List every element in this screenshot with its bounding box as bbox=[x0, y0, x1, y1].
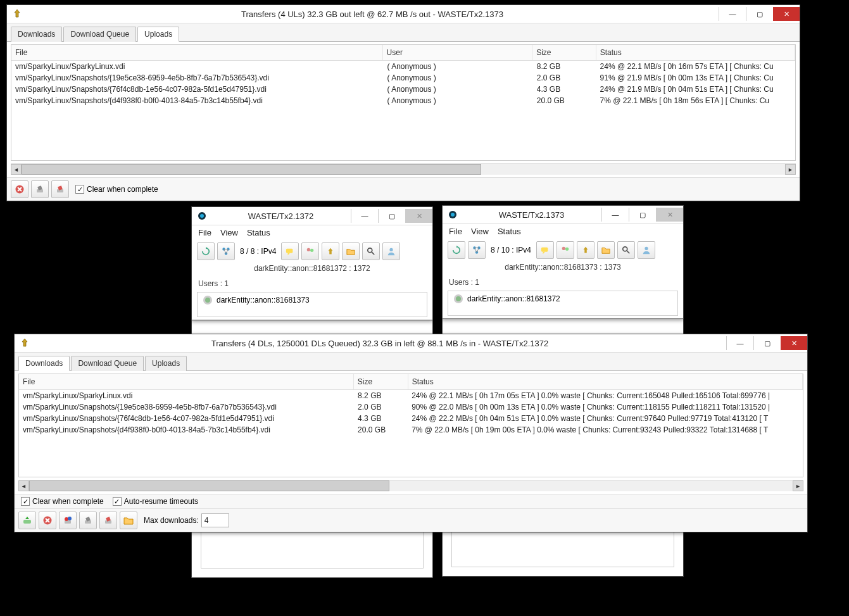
close-button[interactable]: ✕ bbox=[781, 336, 807, 350]
clear-all-button[interactable] bbox=[99, 512, 117, 529]
uploads-listview[interactable]: File User Size Status vm/SparkyLinux/Spa… bbox=[11, 44, 796, 161]
scroll-left-icon[interactable]: ◄ bbox=[18, 481, 29, 491]
col-size[interactable]: Size bbox=[354, 374, 408, 389]
clear-button[interactable] bbox=[79, 512, 97, 529]
titlebar[interactable]: Transfers (4 DLs, 1250001 DLs Queued) 32… bbox=[15, 334, 807, 353]
tab-download-queue[interactable]: Download Queue bbox=[63, 27, 136, 42]
svg-line-14 bbox=[372, 252, 374, 255]
svg-point-35 bbox=[68, 517, 72, 520]
search-button[interactable] bbox=[617, 241, 635, 259]
minimize-button[interactable]: — bbox=[351, 209, 378, 223]
users-button[interactable] bbox=[557, 241, 574, 259]
svg-point-13 bbox=[368, 248, 372, 253]
user-icon bbox=[453, 294, 463, 304]
network-status: 8 / 10 : IPv4 bbox=[491, 246, 531, 255]
horizontal-scrollbar[interactable]: ◄ ► bbox=[18, 480, 803, 491]
refresh-button[interactable] bbox=[448, 241, 465, 259]
menu-status[interactable]: Status bbox=[498, 227, 521, 236]
maximize-button[interactable]: ▢ bbox=[753, 336, 781, 350]
menubar: File View Status bbox=[192, 225, 432, 240]
tab-downloads[interactable]: Downloads bbox=[18, 356, 70, 371]
svg-point-17 bbox=[205, 298, 210, 303]
titlebar[interactable]: WASTE/Tx2.1373 — ▢ ✕ bbox=[443, 206, 683, 224]
tab-downloads[interactable]: Downloads bbox=[11, 27, 62, 42]
svg-point-25 bbox=[565, 248, 569, 251]
menu-view[interactable]: View bbox=[220, 228, 238, 237]
table-row[interactable]: vm/SparkyLinux/Snapshots/{d4f938f0-b0f0-… bbox=[11, 95, 795, 106]
downloads-listview[interactable]: File Size Status vm/SparkyLinux/SparkyLi… bbox=[18, 374, 803, 477]
tab-uploads[interactable]: Uploads bbox=[145, 356, 187, 371]
window-title: Transfers (4 ULs) 32.3 GB out left @ 62.… bbox=[26, 9, 719, 19]
scroll-right-icon[interactable]: ► bbox=[785, 164, 796, 175]
table-row[interactable]: vm/SparkyLinux/Snapshots/{d4f938f0-b0f0-… bbox=[19, 424, 803, 436]
chat-button[interactable] bbox=[536, 241, 554, 259]
col-user[interactable]: User bbox=[383, 45, 533, 60]
profile-button[interactable] bbox=[638, 241, 655, 259]
minimize-button[interactable]: — bbox=[601, 208, 629, 222]
close-button[interactable]: ✕ bbox=[773, 7, 800, 21]
auto-resume-checkbox[interactable]: ✓ Auto-resume timeouts bbox=[113, 497, 198, 506]
window-title: WASTE/Tx2.1373 bbox=[462, 210, 601, 220]
upload-button[interactable] bbox=[322, 242, 339, 260]
table-row[interactable]: vm/SparkyLinux/Snapshots/{19e5ce38-6959-… bbox=[19, 401, 803, 413]
clear-errored-button[interactable] bbox=[59, 512, 77, 529]
table-row[interactable]: vm/SparkyLinux/SparkyLinux.vdi 8.2 GB 24… bbox=[19, 390, 803, 401]
scroll-right-icon[interactable]: ► bbox=[793, 481, 803, 491]
search-button[interactable] bbox=[362, 242, 380, 260]
horizontal-scrollbar[interactable]: ◄ ► bbox=[11, 163, 796, 175]
profile-button[interactable] bbox=[382, 242, 400, 260]
maximize-button[interactable]: ▢ bbox=[746, 7, 773, 21]
menu-view[interactable]: View bbox=[471, 227, 489, 236]
table-row[interactable]: vm/SparkyLinux/Snapshots/{76f4c8db-1e56-… bbox=[11, 84, 795, 95]
minimize-button[interactable]: — bbox=[726, 336, 753, 350]
max-downloads-input[interactable] bbox=[201, 513, 229, 527]
resume-button[interactable] bbox=[18, 512, 36, 529]
menu-file[interactable]: File bbox=[449, 227, 462, 236]
users-button[interactable] bbox=[301, 242, 319, 260]
svg-point-34 bbox=[65, 517, 68, 521]
menubar: File View Status bbox=[443, 224, 683, 239]
app-icon bbox=[20, 338, 30, 348]
users-list[interactable]: darkEntity::anon::81681372 bbox=[448, 291, 678, 316]
minimize-button[interactable]: — bbox=[719, 7, 746, 21]
tab-download-queue[interactable]: Download Queue bbox=[71, 356, 144, 371]
user-row[interactable]: darkEntity::anon::81681373 bbox=[198, 292, 427, 308]
network-button[interactable] bbox=[468, 241, 486, 259]
maximize-button[interactable]: ▢ bbox=[378, 209, 405, 223]
table-row[interactable]: vm/SparkyLinux/Snapshots/{76f4c8db-1e56-… bbox=[19, 413, 803, 424]
menu-status[interactable]: Status bbox=[247, 228, 270, 237]
scroll-left-icon[interactable]: ◄ bbox=[11, 164, 22, 175]
clear-when-complete-checkbox[interactable]: ✓ Clear when complete bbox=[21, 497, 104, 506]
cancel-button[interactable] bbox=[11, 180, 28, 198]
user-row[interactable]: darkEntity::anon::81681372 bbox=[448, 291, 677, 306]
chat-button[interactable] bbox=[281, 242, 299, 260]
menu-file[interactable]: File bbox=[198, 228, 211, 237]
close-button[interactable]: ✕ bbox=[656, 208, 683, 222]
table-row[interactable]: vm/SparkyLinux/Snapshots/{19e5ce38-6959-… bbox=[11, 72, 795, 84]
table-row[interactable]: vm/SparkyLinux/SparkyLinux.vdi ( Anonymo… bbox=[11, 61, 795, 72]
upload-button[interactable] bbox=[577, 241, 594, 259]
browse-button[interactable] bbox=[597, 241, 615, 259]
network-button[interactable] bbox=[217, 242, 235, 260]
clear-all-button[interactable] bbox=[51, 180, 69, 198]
titlebar[interactable]: WASTE/Tx2.1372 — ▢ ✕ bbox=[192, 207, 432, 225]
col-size[interactable]: Size bbox=[532, 45, 596, 60]
col-file[interactable]: File bbox=[11, 45, 383, 60]
users-label: Users : 1 bbox=[192, 277, 432, 289]
clear-when-complete-checkbox[interactable]: ✓ Clear when complete bbox=[75, 185, 158, 194]
col-status[interactable]: Status bbox=[408, 374, 803, 389]
open-folder-button[interactable] bbox=[120, 512, 137, 529]
clear-when-complete-label: Clear when complete bbox=[32, 497, 104, 506]
titlebar[interactable]: Transfers (4 ULs) 32.3 GB out left @ 62.… bbox=[7, 5, 800, 23]
clear-button[interactable] bbox=[31, 180, 49, 198]
users-label: Users : 1 bbox=[443, 275, 683, 288]
col-file[interactable]: File bbox=[19, 374, 354, 389]
maximize-button[interactable]: ▢ bbox=[629, 208, 656, 222]
tab-uploads[interactable]: Uploads bbox=[137, 27, 179, 42]
close-button[interactable]: ✕ bbox=[405, 209, 432, 223]
users-list[interactable]: darkEntity::anon::81681373 bbox=[197, 292, 427, 317]
refresh-button[interactable] bbox=[197, 242, 215, 260]
col-status[interactable]: Status bbox=[596, 45, 795, 60]
browse-button[interactable] bbox=[342, 242, 360, 260]
cancel-button[interactable] bbox=[39, 512, 56, 529]
